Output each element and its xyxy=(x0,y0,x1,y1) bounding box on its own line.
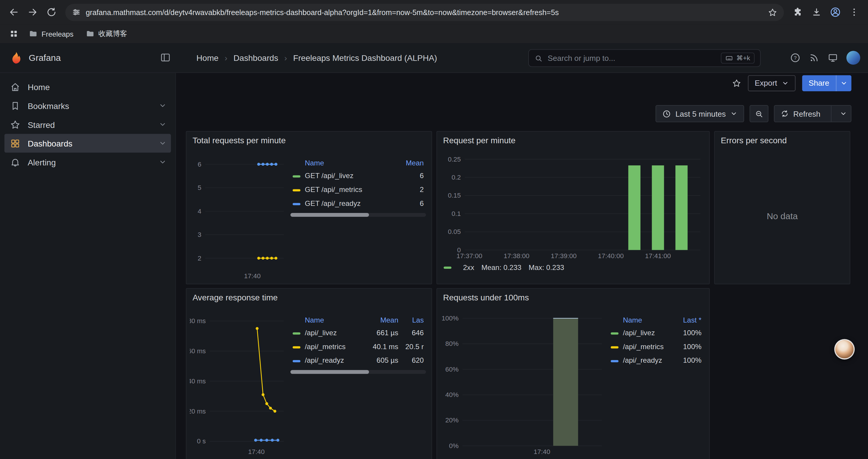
legend-scrollbar[interactable] xyxy=(290,370,426,374)
legend-table[interactable]: NameMeanGET /api/_livez6GET /api/_metric… xyxy=(288,150,428,281)
grafana-brand[interactable]: Grafana xyxy=(9,43,61,72)
reload-icon xyxy=(46,7,56,17)
dashboards-grid-icon xyxy=(10,138,21,149)
panel-title[interactable]: Average response time xyxy=(186,289,432,305)
sidebar-item-alerting[interactable]: Alerting xyxy=(4,153,171,172)
sidebar-item-label: Home xyxy=(28,82,50,92)
time-range-picker[interactable]: Last 5 minutes xyxy=(656,105,744,122)
monitor-icon[interactable] xyxy=(828,53,838,63)
sidebar-toggle-button[interactable] xyxy=(160,52,171,65)
breadcrumb: Home Dashboards Freeleaps Metrics Dashbo… xyxy=(196,43,437,72)
breadcrumb-dashboards[interactable]: Dashboards xyxy=(234,53,278,63)
apps-shortcut-button[interactable] xyxy=(6,27,21,41)
no-data-text: No data xyxy=(715,148,850,284)
bookmark-label: Freeleaps xyxy=(41,30,73,38)
series-swatch xyxy=(444,266,452,268)
back-button[interactable] xyxy=(6,4,22,21)
extensions-puzzle-icon xyxy=(793,7,803,17)
chevron-down-icon[interactable] xyxy=(159,121,166,128)
total-requests-chart[interactable]: 2345617:40 xyxy=(190,150,288,281)
svg-text:0 s: 0 s xyxy=(197,437,206,445)
sidebar-item-dashboards[interactable]: Dashboards xyxy=(4,134,171,153)
home-icon xyxy=(10,81,21,92)
svg-text:0.05: 0.05 xyxy=(448,228,461,235)
sidebar-item-label: Alerting xyxy=(28,157,56,167)
svg-text:40%: 40% xyxy=(445,391,459,398)
svg-text:60%: 60% xyxy=(445,366,459,373)
search-input[interactable]: Search or jump to... ⌘+k xyxy=(528,49,761,67)
chevron-down-icon[interactable] xyxy=(159,102,166,109)
user-avatar[interactable] xyxy=(846,51,860,65)
svg-text:2: 2 xyxy=(198,255,202,262)
reload-button[interactable] xyxy=(43,4,60,21)
chevron-down-icon[interactable] xyxy=(159,158,166,166)
svg-text:6: 6 xyxy=(198,161,202,168)
forward-button[interactable] xyxy=(24,4,41,21)
svg-text:17:40: 17:40 xyxy=(248,448,265,455)
panel-title[interactable]: Errors per second xyxy=(715,132,850,148)
breadcrumb-home[interactable]: Home xyxy=(196,53,219,63)
svg-text:17:38:00: 17:38:00 xyxy=(504,252,529,260)
refresh-interval-button[interactable] xyxy=(836,106,851,122)
legend[interactable]: 2xx Mean: 0.233 Max: 0.233 xyxy=(437,261,709,272)
sidebar-item-bookmarks[interactable]: Bookmarks xyxy=(4,96,171,115)
refresh-button-group: Refresh xyxy=(774,105,851,122)
bookmark-star-icon[interactable] xyxy=(768,7,777,17)
site-settings-icon[interactable] xyxy=(72,8,81,17)
apps-grid-icon xyxy=(9,29,18,38)
share-menu-button[interactable] xyxy=(836,75,851,91)
url-bar[interactable]: grafana.mathmast.com/d/deytv4rwavabkb/fr… xyxy=(65,4,784,21)
series-mean: Mean: 0.233 xyxy=(482,263,522,271)
browser-toolbar: grafana.mathmast.com/d/deytv4rwavabkb/fr… xyxy=(0,0,868,24)
svg-text:17:40: 17:40 xyxy=(244,272,260,280)
share-button[interactable]: Share xyxy=(802,75,851,91)
downloads-button[interactable] xyxy=(808,4,825,21)
sidebar-item-label: Bookmarks xyxy=(28,101,69,110)
keyboard-icon xyxy=(725,54,733,62)
sidebar-item-starred[interactable]: Starred xyxy=(4,115,171,134)
search-shortcut-badge: ⌘+k xyxy=(721,53,754,64)
svg-text:5: 5 xyxy=(198,184,202,191)
average-response-time-chart[interactable]: 0 s20 ms40 ms60 ms80 ms17:40 xyxy=(190,307,288,457)
profile-button[interactable] xyxy=(827,4,843,21)
folder-icon xyxy=(29,29,37,38)
export-button[interactable]: Export xyxy=(748,75,795,91)
bookmark-folder-blogs[interactable]: 收藏博客 xyxy=(81,27,131,40)
back-icon xyxy=(9,7,19,17)
chevron-down-icon[interactable] xyxy=(159,139,166,147)
sidebar-item-label: Starred xyxy=(28,120,55,129)
panel-title[interactable]: Total requests per minute xyxy=(186,132,432,148)
refresh-sync-icon xyxy=(780,109,789,118)
browser-menu-button[interactable] xyxy=(846,4,862,21)
zoom-out-time-button[interactable] xyxy=(749,105,769,122)
svg-text:?: ? xyxy=(794,55,797,61)
sidebar-item-home[interactable]: Home xyxy=(4,77,171,96)
refresh-button[interactable]: Refresh xyxy=(774,106,826,122)
panel-requests-under-100ms: Requests under 100ms 0%20%40%60%80%100%1… xyxy=(436,288,710,459)
bookmark-folder-freeleaps[interactable]: Freeleaps xyxy=(24,28,78,40)
legend-table[interactable]: NameLast */api/_livez100%/api/_metrics10… xyxy=(606,307,706,457)
svg-text:0.25: 0.25 xyxy=(448,156,461,163)
url-text[interactable]: grafana.mathmast.com/d/deytv4rwavabkb/fr… xyxy=(86,8,763,16)
legend-scrollbar[interactable] xyxy=(290,213,426,217)
legend-table[interactable]: NameMeanLas/api/_livez661 µs646/api/_met… xyxy=(288,307,428,457)
bookmark-icon xyxy=(10,100,21,111)
extensions-button[interactable] xyxy=(789,4,806,21)
svg-text:80 ms: 80 ms xyxy=(190,317,206,325)
panel-title[interactable]: Requests under 100ms xyxy=(437,289,709,305)
help-icon[interactable]: ? xyxy=(790,53,801,63)
requests-under-100ms-chart[interactable]: 0%20%40%60%80%100%17:40 xyxy=(440,307,607,457)
star-icon xyxy=(732,78,742,88)
favorite-dashboard-button[interactable] xyxy=(732,78,742,88)
search-placeholder: Search or jump to... xyxy=(548,54,716,63)
assistant-avatar-widget[interactable] xyxy=(834,339,855,359)
series-name[interactable]: 2xx xyxy=(463,263,474,271)
panel-title[interactable]: Request per minute xyxy=(437,132,709,148)
star-icon xyxy=(10,119,21,130)
svg-text:40 ms: 40 ms xyxy=(190,378,206,385)
svg-text:17:39:00: 17:39:00 xyxy=(551,252,577,260)
bookmarks-bar: Freeleaps 收藏博客 xyxy=(0,24,868,43)
dashboard-canvas: Export Share Last 5 minutes Refre xyxy=(176,73,868,459)
news-rss-icon[interactable] xyxy=(809,53,819,63)
request-per-minute-chart[interactable]: 00.050.10.150.20.2517:37:0017:38:0017:39… xyxy=(440,150,705,261)
